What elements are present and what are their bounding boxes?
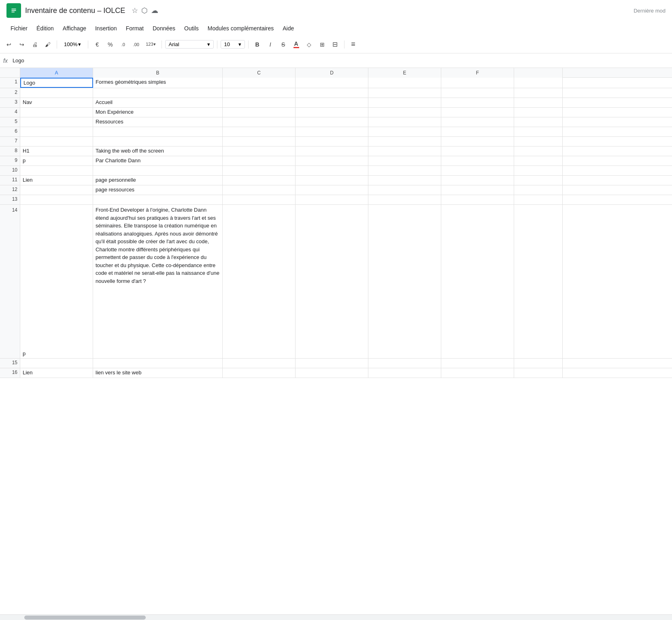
cell-g6[interactable] (514, 127, 563, 136)
cell-a14[interactable]: p (20, 205, 93, 358)
scroll-thumb[interactable] (24, 616, 146, 620)
cell-f9[interactable] (441, 156, 514, 166)
col-header-b[interactable]: B (93, 68, 223, 78)
cell-c4[interactable] (223, 108, 296, 117)
cell-a2[interactable] (20, 88, 93, 98)
cell-e5[interactable] (368, 117, 441, 127)
cell-c15[interactable] (223, 359, 296, 368)
cell-a16[interactable]: Lien (20, 368, 93, 378)
cell-e15[interactable] (368, 359, 441, 368)
cell-a3[interactable]: Nav (20, 98, 93, 107)
cell-e16[interactable] (368, 368, 441, 378)
cell-f15[interactable] (441, 359, 514, 368)
cell-c14[interactable] (223, 205, 296, 358)
cell-g15[interactable] (514, 359, 563, 368)
cell-a5[interactable] (20, 117, 93, 127)
cell-d12[interactable] (296, 185, 368, 195)
cell-g11[interactable] (514, 176, 563, 185)
cell-d13[interactable] (296, 195, 368, 204)
cell-g16[interactable] (514, 368, 563, 378)
cell-f10[interactable] (441, 166, 514, 175)
cell-f3[interactable] (441, 98, 514, 107)
cell-d15[interactable] (296, 359, 368, 368)
cell-b11[interactable]: page personnelle (93, 176, 223, 185)
print-button[interactable]: 🖨 (29, 39, 40, 50)
cell-c6[interactable] (223, 127, 296, 136)
cell-e6[interactable] (368, 127, 441, 136)
cell-d5[interactable] (296, 117, 368, 127)
horizontal-scrollbar[interactable] (0, 614, 672, 620)
cell-g7[interactable] (514, 137, 563, 146)
col-header-d[interactable]: D (296, 68, 368, 78)
cell-b3[interactable]: Accueil (93, 98, 223, 107)
menu-fichier[interactable]: Fichier (6, 23, 32, 33)
cell-g9[interactable] (514, 156, 563, 166)
decimal-more-button[interactable]: .00 (130, 39, 142, 50)
cell-c12[interactable] (223, 185, 296, 195)
col-header-f[interactable]: F (441, 68, 514, 78)
cell-g13[interactable] (514, 195, 563, 204)
cell-f14[interactable] (441, 205, 514, 358)
cell-g8[interactable] (514, 147, 563, 156)
cell-b4[interactable]: Mon Expérience (93, 108, 223, 117)
cell-b7[interactable] (93, 137, 223, 146)
cell-c1[interactable] (223, 78, 296, 88)
cell-e3[interactable] (368, 98, 441, 107)
cell-f11[interactable] (441, 176, 514, 185)
cell-c9[interactable] (223, 156, 296, 166)
cell-c10[interactable] (223, 166, 296, 175)
cell-e7[interactable] (368, 137, 441, 146)
cell-f7[interactable] (441, 137, 514, 146)
cell-e1[interactable] (368, 78, 441, 88)
percent-button[interactable]: % (104, 39, 116, 50)
cell-g10[interactable] (514, 166, 563, 175)
font-selector[interactable]: Arial ▾ (165, 40, 214, 49)
bold-button[interactable]: B (252, 39, 263, 50)
cell-b13[interactable] (93, 195, 223, 204)
cell-a11[interactable]: Lien (20, 176, 93, 185)
cell-f6[interactable] (441, 127, 514, 136)
cell-d2[interactable] (296, 88, 368, 98)
cell-c7[interactable] (223, 137, 296, 146)
more-options-button[interactable]: ≡ (348, 39, 359, 50)
cell-d16[interactable] (296, 368, 368, 378)
cell-b1[interactable]: Formes géométriques simples (93, 78, 223, 88)
cell-e10[interactable] (368, 166, 441, 175)
cell-c11[interactable] (223, 176, 296, 185)
cell-a1[interactable]: Logo (20, 78, 93, 88)
cell-a13[interactable] (20, 195, 93, 204)
cell-g2[interactable] (514, 88, 563, 98)
star-icon[interactable]: ☆ (132, 6, 138, 15)
cell-f2[interactable] (441, 88, 514, 98)
menu-aide[interactable]: Aide (279, 23, 298, 33)
cell-d9[interactable] (296, 156, 368, 166)
cell-g4[interactable] (514, 108, 563, 117)
strikethrough-button[interactable]: S (278, 39, 289, 50)
decimal-less-button[interactable]: .0 (117, 39, 129, 50)
cell-b15[interactable] (93, 359, 223, 368)
cell-g12[interactable] (514, 185, 563, 195)
font-size-selector[interactable]: 10 ▾ (221, 40, 245, 49)
cell-e9[interactable] (368, 156, 441, 166)
cell-e11[interactable] (368, 176, 441, 185)
merge-button[interactable]: ⊟ (330, 39, 341, 50)
cell-g14[interactable] (514, 205, 563, 358)
cell-b10[interactable] (93, 166, 223, 175)
paint-format-button[interactable]: 🖌 (42, 39, 53, 50)
cell-f1[interactable] (441, 78, 514, 88)
menu-insertion[interactable]: Insertion (91, 23, 121, 33)
col-header-a[interactable]: A (20, 68, 93, 78)
cell-a12[interactable] (20, 185, 93, 195)
cell-b6[interactable] (93, 127, 223, 136)
cell-f16[interactable] (441, 368, 514, 378)
cell-e8[interactable] (368, 147, 441, 156)
folder-icon[interactable]: ⬡ (141, 6, 148, 15)
cell-a10[interactable] (20, 166, 93, 175)
borders-button[interactable]: ⊞ (317, 39, 328, 50)
grid-body[interactable]: 1 Logo Formes géométriques simples 2 (0, 78, 672, 614)
cell-b14[interactable]: Front-End Developer à l'origine, Charlot… (93, 205, 223, 358)
cell-c13[interactable] (223, 195, 296, 204)
cell-e14[interactable] (368, 205, 441, 358)
zoom-selector[interactable]: 100% ▾ (60, 40, 85, 49)
redo-button[interactable]: ↪ (16, 39, 28, 50)
